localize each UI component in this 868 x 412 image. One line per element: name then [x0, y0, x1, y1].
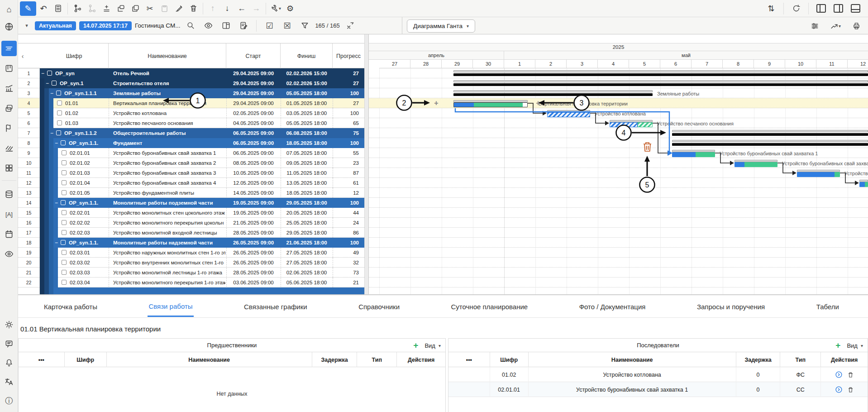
indent-button[interactable]: → — [249, 2, 263, 15]
column-header-start[interactable]: Старт — [226, 43, 281, 69]
table-row[interactable]: 401.01Вертикальная планировка территории… — [18, 98, 364, 108]
table-row[interactable]: 1502.02.01Устройство монолитных стен цок… — [18, 208, 364, 218]
copy-button[interactable] — [128, 2, 143, 15]
delete-button[interactable] — [186, 2, 200, 15]
tab-8[interactable]: Табели — [816, 297, 840, 316]
duplicate-row-button[interactable] — [114, 2, 128, 15]
link-row[interactable]: 01.02Устройство котлована0ФС — [448, 367, 868, 382]
delete-link-icon[interactable] — [847, 386, 854, 393]
calendar-icon[interactable] — [1, 226, 17, 242]
theme-icon[interactable] — [1, 317, 17, 332]
visibility-icon[interactable] — [201, 19, 215, 33]
layout-right-panel-button[interactable] — [831, 2, 845, 15]
notes-clipboard-icon[interactable] — [236, 19, 251, 33]
view-dropdown[interactable]: Вид▾ — [424, 342, 441, 349]
expander-icon[interactable]: − — [55, 198, 58, 208]
add-linked-task-button[interactable] — [85, 2, 99, 15]
layout-left-panel-button[interactable] — [814, 2, 828, 15]
tab-1[interactable]: Карточка работы — [43, 297, 98, 316]
row-checkbox[interactable] — [62, 150, 67, 155]
sidebar-item-dashboard[interactable] — [1, 160, 17, 176]
sidebar-item-database[interactable] — [1, 187, 17, 202]
columns-panel-icon[interactable] — [219, 19, 233, 33]
row-checkbox[interactable] — [62, 260, 67, 265]
undo-button[interactable]: ↶ — [36, 2, 51, 15]
row-checkbox[interactable] — [62, 280, 67, 285]
expander-icon[interactable]: − — [55, 138, 58, 148]
row-checkbox[interactable] — [47, 71, 52, 76]
row-checkbox[interactable] — [57, 120, 62, 125]
table-row[interactable]: 7−OP_syn.1.1.2Общестроительные работы06.… — [18, 128, 364, 138]
insert-row-button[interactable] — [99, 2, 114, 15]
row-checkbox[interactable] — [62, 170, 67, 175]
tools-wrench-button[interactable]: ▾ — [268, 2, 283, 15]
info-icon[interactable]: ⓘ — [1, 393, 17, 408]
row-checkbox[interactable] — [62, 250, 67, 255]
link-row[interactable]: 02.01.01Устройство буронабивных свай зах… — [448, 382, 868, 397]
sidebar-item-attributes[interactable]: [A] — [1, 206, 17, 222]
row-checkbox[interactable] — [62, 220, 67, 225]
delete-link-icon[interactable] — [847, 371, 854, 378]
search-icon[interactable] — [183, 19, 198, 33]
row-checkbox[interactable] — [52, 81, 57, 86]
layout-bottom-panel-button[interactable] — [848, 2, 863, 15]
table-row[interactable]: 1302.01.05Устройство фундаментной плиты1… — [18, 188, 364, 198]
bell-icon[interactable] — [1, 355, 17, 370]
table-row[interactable]: 2202.03.04Устройство монолитного перекры… — [18, 278, 364, 287]
tab-4[interactable]: Справочники — [358, 297, 401, 316]
uncheck-all-icon[interactable]: ☒ — [280, 19, 294, 33]
refresh-button[interactable] — [789, 2, 803, 15]
sidebar-item-board[interactable] — [1, 61, 17, 76]
table-row[interactable]: 18−OP_syn.1.1.Монолитные работы надземно… — [18, 238, 364, 248]
row-checkbox[interactable] — [62, 180, 67, 185]
table-row[interactable]: 8−OP_syn.1.1.Фундамент06.05.2025 09:0018… — [18, 138, 364, 148]
tab-2[interactable]: Связи работы — [148, 296, 193, 317]
table-row[interactable]: 1002.01.02Устройство буронабивных свай з… — [18, 158, 364, 168]
table-row[interactable]: 501.02Устройство котлована02.05.2025 09:… — [18, 108, 364, 118]
open-link-icon[interactable] — [835, 371, 843, 378]
panel-splitter[interactable] — [364, 34, 369, 294]
table-row[interactable]: 1102.01.03Устройство буронабивных свай з… — [18, 168, 364, 178]
recalculate-button[interactable] — [51, 2, 65, 15]
translate-icon[interactable] — [1, 374, 17, 389]
open-link-icon[interactable] — [835, 386, 843, 393]
project-name[interactable]: Гостиница СМ... — [135, 22, 180, 29]
sidebar-item-documents[interactable] — [1, 101, 17, 116]
print-icon[interactable] — [849, 19, 863, 33]
sidebar-item-chart[interactable] — [1, 81, 17, 96]
version-date-badge[interactable]: 14.07.2025 17:17 — [79, 21, 132, 30]
table-row[interactable]: 2102.03.03Устройство монолитной лестницы… — [18, 268, 364, 278]
table-row[interactable]: 1702.02.03Устройство монолитной входной … — [18, 228, 364, 238]
edit-mode-button[interactable]: ✎ — [20, 1, 36, 16]
home-icon[interactable]: ⌂ — [1, 2, 17, 17]
link-mode-icon[interactable]: ▾ — [828, 19, 843, 33]
filter-icon[interactable] — [297, 19, 312, 33]
settings-gear-button[interactable]: ⚙ — [283, 2, 297, 15]
column-header-name[interactable]: Наименование — [109, 43, 226, 69]
row-checkbox[interactable] — [61, 240, 66, 245]
check-all-icon[interactable]: ☑ — [262, 19, 277, 33]
row-checkbox[interactable] — [61, 140, 66, 145]
outdent-button[interactable]: ← — [234, 2, 249, 15]
cut-button[interactable]: ✂ — [143, 2, 157, 15]
table-row[interactable]: 1−OP_synОтель Речной29.04.2025 09:0002.0… — [18, 68, 364, 78]
column-header-finish[interactable]: Финиш — [281, 43, 333, 69]
column-header-code[interactable]: Шифр — [40, 43, 109, 69]
row-checkbox[interactable] — [62, 230, 67, 235]
row-checkbox[interactable] — [57, 110, 62, 115]
globe-icon[interactable] — [1, 19, 17, 34]
expander-icon[interactable]: − — [50, 128, 53, 138]
row-checkbox[interactable] — [62, 160, 67, 165]
chat-icon[interactable] — [1, 336, 17, 351]
move-up-button[interactable]: ↑ — [205, 2, 220, 15]
table-row[interactable]: 1602.02.02Устройство монолитного перекры… — [18, 218, 364, 228]
expander-icon[interactable]: − — [50, 88, 53, 98]
clear-filter-icon[interactable] — [343, 19, 358, 33]
table-row[interactable]: 2−OP_syn.1Строительство отеля29.04.2025 … — [18, 78, 364, 88]
row-checkbox[interactable] — [62, 190, 67, 195]
version-dropdown-caret[interactable]: ▾ — [22, 19, 32, 33]
eye-icon[interactable] — [1, 246, 17, 262]
table-row[interactable]: 14−OP_syn.1.1.Монолитные работы подземно… — [18, 198, 364, 208]
row-checkbox[interactable] — [56, 130, 61, 135]
row-checkbox[interactable] — [62, 210, 67, 215]
